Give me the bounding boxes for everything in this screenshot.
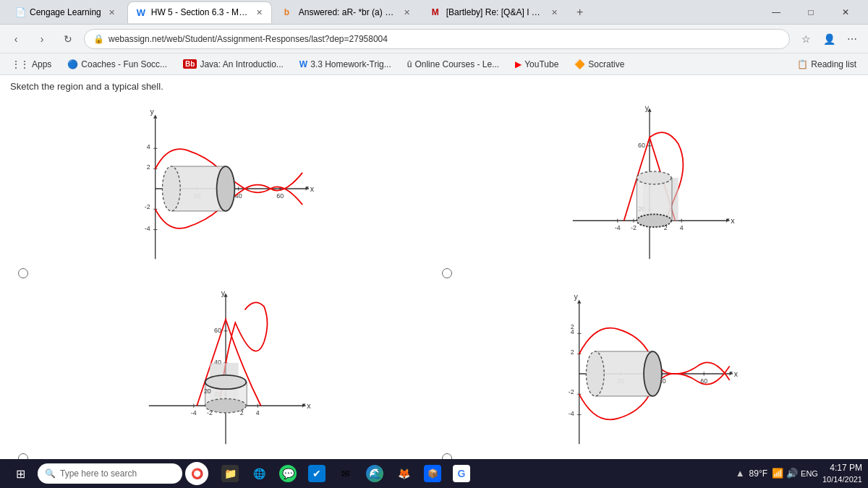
radio-button-1[interactable] — [18, 268, 28, 278]
bookmark-youtube[interactable]: ▶ YouTube — [509, 58, 564, 71]
tab-icon-hw5: W — [137, 7, 147, 17]
tab-icon-answered: b — [284, 7, 294, 17]
svg-text:-4: -4 — [145, 225, 150, 232]
wifi-icon: 📶 — [772, 468, 783, 479]
taskbar-app-microsoft-edge[interactable]: 🌊 — [362, 459, 388, 488]
taskbar-app-edge[interactable]: 🌐 — [246, 459, 272, 488]
bookmark-socrative[interactable]: 🔶 Socrative — [569, 58, 630, 71]
svg-text:x: x — [734, 369, 739, 378]
taskbar-app-dropbox[interactable]: 📦 — [420, 459, 446, 488]
bookmark-java[interactable]: Bb Java: An Introductio... — [177, 58, 289, 71]
svg-text:y: y — [221, 291, 226, 297]
new-tab-button[interactable]: + — [570, 2, 590, 22]
svg-text:y: y — [574, 292, 579, 301]
taskbar-app-files[interactable]: 📁 — [217, 459, 243, 488]
cortana-button[interactable]: ⭕ — [185, 462, 208, 485]
svg-text:y: y — [645, 106, 650, 112]
tab-answered[interactable]: b Answered: aR- *br (a) Set up an i ✕ — [275, 1, 420, 23]
wa-icon: W — [299, 59, 307, 69]
tab-icon-bartleby: M — [432, 7, 442, 17]
radio-button-3[interactable] — [18, 453, 28, 459]
tab-label-cengage: Cengage Learning — [30, 7, 101, 17]
tab-hw5[interactable]: W HW 5 - Section 6.3 - MATHS 122 ✕ — [127, 1, 272, 23]
tab-close-bartleby[interactable]: ✕ — [551, 8, 558, 17]
svg-point-70 — [205, 375, 247, 389]
extensions-button[interactable]: ⋯ — [842, 29, 862, 49]
favorites-button[interactable]: ☆ — [796, 29, 816, 49]
svg-text:-4: -4 — [191, 409, 197, 416]
graph-cell-4: x y 2 20 40 60 4 2 -2 -4 — [434, 283, 858, 459]
tab-label-bartleby: [Bartleby] Re: [Q&A] I would like — [446, 7, 544, 17]
temperature-badge: 89°F — [749, 468, 767, 479]
svg-text:4: 4 — [256, 409, 260, 416]
tab-bartleby[interactable]: M [Bartleby] Re: [Q&A] I would like ✕ — [422, 1, 567, 23]
tab-close-cengage[interactable]: ✕ — [109, 8, 115, 17]
task-icons: 📁 🌐 💬 ✔ ✉ 🌊 🦊 📦 G — [217, 459, 475, 488]
url-bar[interactable]: 🔒 webassign.net/web/Student/Assignment-R… — [84, 29, 790, 49]
bookmark-coaches[interactable]: 🔵 Coaches - Fun Socc... — [61, 58, 173, 71]
svg-point-46 — [637, 171, 671, 184]
bookmark-33hw[interactable]: W 3.3 Homework-Trig... — [294, 58, 397, 71]
taskbar-app-check[interactable]: ✔ — [304, 459, 330, 488]
tab-close-hw5[interactable]: ✕ — [256, 8, 263, 17]
java-icon: Bb — [183, 59, 197, 69]
maximize-button[interactable]: □ — [794, 0, 827, 25]
network-icon: ▲ — [736, 468, 745, 479]
page-content: Sketch the region and a typical shell. x… — [0, 75, 868, 459]
taskbar: ⊞ 🔍 Type here to search ⭕ 📁 🌐 💬 ✔ ✉ — [0, 459, 868, 488]
system-tray-icons: 📶 🔊 ENG — [772, 468, 818, 479]
svg-text:-4: -4 — [569, 410, 574, 417]
start-button[interactable]: ⊞ — [6, 459, 35, 488]
svg-text:x: x — [310, 184, 315, 193]
volume-icon: 🔊 — [786, 468, 798, 479]
tab-cengage[interactable]: 📄 Cengage Learning ✕ — [6, 1, 124, 23]
tab-close-answered[interactable]: ✕ — [404, 8, 410, 17]
svg-point-71 — [205, 399, 247, 413]
svg-point-47 — [637, 214, 671, 227]
close-button[interactable]: ✕ — [829, 0, 862, 25]
minimize-button[interactable]: — — [760, 0, 793, 25]
taskbar-app-g[interactable]: G — [448, 459, 475, 488]
youtube-icon: ▶ — [515, 59, 522, 69]
back-button[interactable]: ‹ — [6, 29, 26, 49]
tab-icon-cengage: 📄 — [15, 7, 25, 17]
refresh-button[interactable]: ↻ — [58, 29, 78, 49]
graph-cell-2: x y -4 -2 2 4 20 40 60 — [434, 98, 858, 283]
taskbar-search-label: Type here to search — [60, 468, 137, 479]
svg-text:60: 60 — [638, 142, 645, 149]
radio-button-2[interactable] — [442, 268, 452, 278]
url-text: webassign.net/web/Student/Assignment-Res… — [109, 34, 388, 44]
taskbar-search[interactable]: 🔍 Type here to search — [38, 463, 182, 484]
bookmark-online-courses[interactable]: û Online Courses - Le... — [401, 58, 505, 71]
windows-icon: ⊞ — [16, 467, 25, 481]
apps-grid-icon: ⋮⋮ — [12, 59, 29, 69]
svg-text:4: 4 — [680, 224, 684, 231]
bookmark-coaches-label: Coaches - Fun Socc... — [81, 59, 167, 69]
tab-label-answered: Answered: aR- *br (a) Set up an i — [299, 7, 396, 17]
graph-svg-1: x y 20 40 60 4 2 -2 -4 — [33, 106, 419, 272]
language-label: ENG — [801, 469, 818, 478]
bookmark-online-courses-label: Online Courses - Le... — [414, 59, 499, 69]
graph-svg-4: x y 2 20 40 60 4 2 -2 -4 — [456, 291, 843, 457]
graph-cell-1: x y 20 40 60 4 2 -2 -4 — [10, 98, 434, 283]
taskbar-app-whatsapp[interactable]: 💬 — [275, 459, 301, 488]
bookmark-youtube-label: YouTube — [524, 59, 558, 69]
svg-text:20: 20 — [204, 388, 211, 395]
taskbar-app-firefox[interactable]: 🦊 — [391, 459, 417, 488]
coaches-icon: 🔵 — [67, 59, 78, 69]
svg-text:-4: -4 — [615, 224, 621, 231]
title-bar: 📄 Cengage Learning ✕ W HW 5 - Section 6.… — [0, 0, 868, 25]
radio-button-4[interactable] — [442, 453, 452, 459]
reading-list-button[interactable]: 📋 Reading list — [791, 58, 862, 71]
bookmark-apps[interactable]: ⋮⋮ Apps — [6, 58, 57, 71]
svg-text:-2: -2 — [631, 224, 637, 231]
graphs-grid: x y 20 40 60 4 2 -2 -4 — [10, 98, 858, 459]
taskbar-app-mail[interactable]: ✉ — [333, 459, 359, 488]
forward-button[interactable]: › — [32, 29, 52, 49]
svg-text:y: y — [150, 107, 155, 116]
search-icon: 🔍 — [45, 468, 56, 479]
bookmark-java-label: Java: An Introductio... — [200, 59, 283, 69]
profile-button[interactable]: 👤 — [819, 29, 839, 49]
svg-point-96 — [644, 351, 662, 396]
online-courses-icon: û — [407, 59, 412, 69]
